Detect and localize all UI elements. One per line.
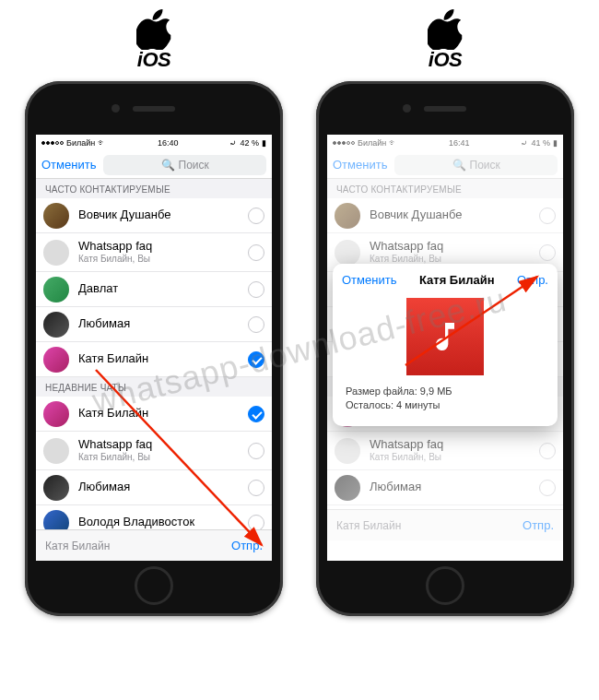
nav-bar: Отменить 🔍 Поиск — [36, 151, 272, 179]
send-button[interactable]: Отпр. — [523, 518, 554, 532]
carrier-label: Билайн — [358, 138, 386, 148]
apple-logo-icon — [136, 9, 171, 50]
avatar — [43, 347, 69, 373]
contact-row[interactable]: Катя Билайн — [36, 342, 272, 377]
rotation-lock-icon: ⤾ — [229, 138, 237, 148]
cancel-button[interactable]: Отменить — [41, 158, 96, 172]
popup-title: Катя Билайн — [419, 273, 495, 287]
battery-icon: ▮ — [262, 138, 266, 148]
search-input[interactable]: 🔍 Поиск — [103, 155, 266, 175]
radio-checked[interactable] — [248, 406, 264, 422]
radio-unchecked[interactable] — [248, 480, 264, 496]
radio-unchecked[interactable] — [248, 208, 264, 224]
home-button[interactable] — [426, 566, 464, 605]
file-meta: Размер файла: 9,9 МБ Осталось: 4 минуты — [342, 385, 548, 413]
signal-icon — [333, 141, 355, 145]
avatar — [43, 438, 69, 464]
wifi-icon: ᯤ — [389, 138, 397, 148]
search-input[interactable]: 🔍 Поиск — [394, 155, 558, 175]
status-bar: Билайн ᯤ 16:40 ⤾ 42 % ▮ — [36, 135, 272, 151]
radio-unchecked[interactable] — [248, 443, 264, 459]
wifi-icon: ᯤ — [98, 138, 106, 148]
phone-frame-left: Билайн ᯤ 16:40 ⤾ 42 % ▮ Отменить — [25, 81, 283, 616]
contact-row[interactable]: Whatsapp faqКатя Билайн, Вы — [36, 233, 272, 272]
avatar — [43, 240, 69, 266]
send-file-popup: Отменить Катя Билайн Отпр. Размер файла:… — [333, 264, 558, 426]
audio-file-thumbnail — [406, 298, 484, 375]
radio-unchecked[interactable] — [248, 515, 264, 531]
phone-frame-right: Билайн ᯤ 16:41 ⤾ 41 % ▮ Отменить — [316, 81, 574, 616]
section-header-recent: НЕДАВНИЕ ЧАТЫ — [36, 377, 272, 397]
battery-label: 41 % — [531, 138, 550, 148]
right-column: iOS Билайн ᯤ 16:41 ⤾ 41 % — [316, 9, 574, 616]
cancel-button[interactable]: Отменить — [333, 158, 387, 172]
status-bar: Билайн ᯤ 16:41 ⤾ 41 % ▮ — [327, 135, 563, 151]
selected-contact-label: Катя Билайн — [45, 540, 110, 552]
clock: 16:40 — [158, 138, 179, 148]
home-button[interactable] — [135, 566, 173, 605]
avatar — [43, 475, 69, 501]
avatar — [43, 277, 69, 303]
contact-row[interactable]: Вовчик Душанбе — [327, 198, 563, 233]
contact-row[interactable]: Любимая — [36, 470, 272, 505]
avatar — [43, 203, 69, 229]
screen-left: Билайн ᯤ 16:40 ⤾ 42 % ▮ Отменить — [36, 135, 272, 561]
search-icon: 🔍 — [452, 159, 466, 172]
time-remaining-label: Осталось: 4 минуты — [346, 398, 545, 412]
clock: 16:41 — [449, 138, 470, 148]
battery-label: 42 % — [240, 138, 259, 148]
section-header-frequent: ЧАСТО КОНТАКТИРУЕМЫЕ — [36, 179, 272, 198]
radio-checked[interactable] — [248, 351, 264, 368]
popup-cancel-button[interactable]: Отменить — [342, 273, 396, 287]
stage: iOS Билайн ᯤ 16:40 ⤾ 42 % — [0, 0, 599, 625]
contact-row[interactable]: Катя Билайн — [36, 397, 272, 432]
battery-icon: ▮ — [553, 138, 558, 148]
carrier-label: Билайн — [66, 138, 95, 148]
file-size-label: Размер файла: 9,9 МБ — [346, 385, 545, 398]
nav-bar: Отменить 🔍 Поиск — [327, 151, 563, 179]
left-column: iOS Билайн ᯤ 16:40 ⤾ 42 % — [25, 9, 283, 616]
footer-bar: Катя Билайн Отпр. — [327, 509, 563, 540]
contact-row[interactable]: Whatsapp faqКатя Билайн, Вы — [327, 432, 563, 470]
ios-label: iOS — [136, 9, 171, 72]
contact-row[interactable]: Любимая — [36, 307, 272, 342]
popup-send-button[interactable]: Отпр. — [517, 273, 548, 287]
contact-row[interactable]: Давлат — [36, 272, 272, 307]
search-icon: 🔍 — [161, 159, 175, 172]
signal-icon — [41, 141, 64, 145]
ios-label: iOS — [428, 9, 463, 72]
radio-unchecked[interactable] — [248, 281, 264, 298]
screen-right: Билайн ᯤ 16:41 ⤾ 41 % ▮ Отменить — [327, 135, 563, 561]
contact-row[interactable]: Whatsapp faqКатя Билайн, Вы — [36, 432, 272, 470]
send-button[interactable]: Отпр. — [231, 539, 263, 552]
rotation-lock-icon: ⤾ — [521, 138, 528, 148]
avatar — [43, 401, 69, 427]
radio-unchecked[interactable] — [248, 316, 264, 333]
apple-logo-icon — [428, 9, 463, 50]
contact-row[interactable]: Любимая — [327, 470, 563, 505]
footer-bar: Катя Билайн Отпр. — [36, 529, 272, 561]
music-note-icon — [427, 318, 464, 355]
contact-row[interactable]: Вовчик Душанбе — [36, 198, 272, 233]
radio-unchecked[interactable] — [248, 244, 264, 261]
avatar — [43, 312, 69, 338]
